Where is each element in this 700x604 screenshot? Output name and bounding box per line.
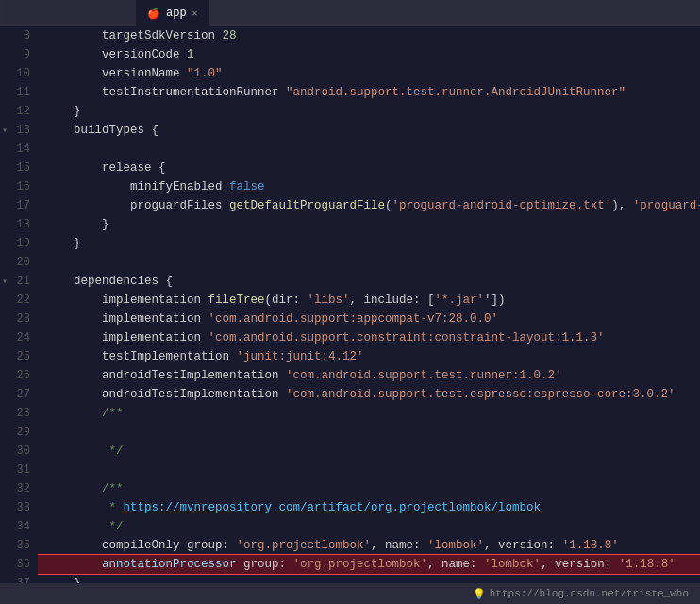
line-number: 27	[0, 385, 38, 404]
line-number: 30	[0, 442, 38, 461]
code-line	[38, 140, 700, 159]
code-content: targetSdkVersion 28 versionCode 1 versio…	[38, 26, 700, 583]
code-line: release {	[38, 159, 700, 177]
code-line: androidTestImplementation 'com.android.s…	[38, 385, 700, 404]
code-line: proguardFiles getDefaultProguardFile('pr…	[38, 196, 700, 215]
code-line: }	[38, 234, 700, 253]
code-line: }	[38, 574, 700, 583]
editor-container: 🍎 app ✕ 39101112▾1314151617181920▾212223…	[0, 0, 700, 604]
line-number: 28	[0, 404, 38, 423]
line-number: 22	[0, 291, 38, 310]
code-line: }	[38, 215, 700, 234]
bottom-bar: 💡 https://blog.csdn.net/triste_who	[0, 583, 700, 604]
line-number: 31	[0, 461, 38, 479]
code-line: versionName "1.0"	[38, 64, 700, 83]
code-line: /**	[38, 479, 700, 498]
warning-icon: 💡	[473, 588, 486, 600]
maven-link[interactable]: https://mvnrepository.com/artifact/org.p…	[124, 498, 542, 517]
code-line: minifyEnabled false	[38, 177, 700, 196]
code-line	[38, 423, 700, 442]
tab-other-1[interactable]	[4, 0, 79, 26]
code-line	[38, 461, 700, 479]
code-line: * https://mvnrepository.com/artifact/org…	[38, 498, 700, 517]
line-number: 12	[0, 102, 38, 121]
line-number: 26	[0, 366, 38, 385]
line-number: ▾13	[0, 121, 38, 140]
code-line: annotationProcessor group: 'org.projectl…	[38, 555, 700, 574]
line-numbers: 39101112▾1314151617181920▾21222324252627…	[0, 26, 38, 583]
line-number: 20	[0, 253, 38, 272]
line-number: 10	[0, 64, 38, 83]
app-icon: 🍎	[147, 8, 160, 20]
line-number: 19	[0, 234, 38, 253]
tab-other-2[interactable]	[79, 0, 136, 26]
code-line: }	[38, 102, 700, 121]
code-line: targetSdkVersion 28	[38, 26, 700, 45]
line-number: 34	[0, 517, 38, 536]
code-line: buildTypes {	[38, 121, 700, 140]
code-line: versionCode 1	[38, 45, 700, 64]
code-line: implementation fileTree(dir: 'libs', inc…	[38, 291, 700, 310]
code-line	[38, 253, 700, 272]
code-line: */	[38, 442, 700, 461]
line-number: 25	[0, 347, 38, 366]
bottom-url[interactable]: https://blog.csdn.net/triste_who	[490, 588, 689, 599]
tab-label: app	[166, 7, 187, 20]
tab-other-3[interactable]	[209, 0, 247, 26]
line-number: 11	[0, 83, 38, 102]
tab-other-4[interactable]	[247, 0, 275, 26]
line-number: 35	[0, 536, 38, 555]
line-number: 14	[0, 140, 38, 159]
line-number: 16	[0, 177, 38, 196]
line-number: 17	[0, 196, 38, 215]
line-number: 15	[0, 159, 38, 177]
line-number: 24	[0, 328, 38, 347]
tab-close-icon[interactable]: ✕	[192, 8, 198, 19]
code-line: compileOnly group: 'org.projectlombok', …	[38, 536, 700, 555]
line-number: 9	[0, 45, 38, 64]
code-line: implementation 'com.android.support:appc…	[38, 310, 700, 328]
line-number: 36	[0, 555, 38, 574]
line-number: ▾21	[0, 272, 38, 291]
line-number: 33	[0, 498, 38, 517]
fold-icon[interactable]: ▾	[2, 125, 8, 136]
code-line: */	[38, 517, 700, 536]
line-number: 3	[0, 26, 38, 45]
fold-icon[interactable]: ▾	[2, 276, 8, 287]
line-number: 32	[0, 479, 38, 498]
tab-bar: 🍎 app ✕	[0, 0, 700, 26]
code-line: androidTestImplementation 'com.android.s…	[38, 366, 700, 385]
tab-app[interactable]: 🍎 app ✕	[136, 0, 209, 26]
code-line: implementation 'com.android.support.cons…	[38, 328, 700, 347]
code-line: /**	[38, 404, 700, 423]
line-number: 23	[0, 310, 38, 328]
line-number: 18	[0, 215, 38, 234]
code-line: testImplementation 'junit:junit:4.12'	[38, 347, 700, 366]
code-line: testInstrumentationRunner "android.suppo…	[38, 83, 700, 102]
code-area: 39101112▾1314151617181920▾21222324252627…	[0, 26, 700, 583]
code-line: dependencies {	[38, 272, 700, 291]
line-number: 37	[0, 574, 38, 583]
line-number: 29	[0, 423, 38, 442]
